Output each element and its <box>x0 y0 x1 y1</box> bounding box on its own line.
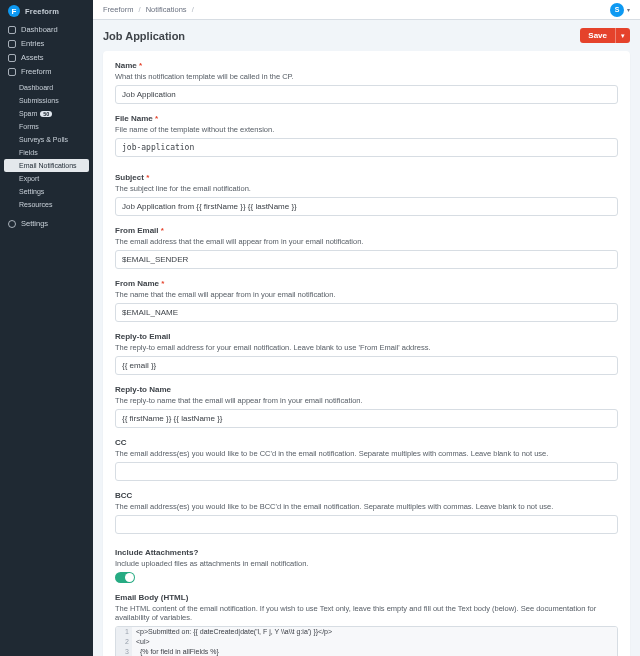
list-icon <box>8 40 16 48</box>
nav-label: Entries <box>21 40 44 48</box>
nav-freeform[interactable]: Freeform <box>0 65 93 79</box>
user-menu[interactable]: S ▾ <box>610 3 630 17</box>
sidebar-item-email-notifications[interactable]: Email Notifications <box>4 159 89 172</box>
line-number: 1 <box>116 627 132 637</box>
nav-entries[interactable]: Entries <box>0 37 93 51</box>
field-from-email: From Email The email address that the em… <box>115 226 618 269</box>
sidebar-item-dashboard[interactable]: Dashboard <box>0 81 93 94</box>
toggle-attachments[interactable] <box>115 572 135 583</box>
label-cc: CC <box>115 438 618 447</box>
field-name: Name What this notification template wil… <box>115 61 618 104</box>
field-bcc: BCC The email address(es) you would like… <box>115 491 618 534</box>
field-attachments: Include Attachments? Include uploaded fi… <box>115 548 618 583</box>
page-header: Job Application Save ▾ <box>103 28 630 43</box>
help-reply-email: The reply-to email address for your emai… <box>115 343 618 352</box>
label-name: Name <box>115 61 618 70</box>
field-body-html: Email Body (HTML) The HTML content of th… <box>115 593 618 656</box>
nav-dashboard[interactable]: Dashboard <box>0 23 93 37</box>
freeform-subnav: DashboardSubmissionsSpam50FormsSurveys &… <box>0 79 93 213</box>
breadcrumb: Freeform / Notifications / <box>103 5 197 14</box>
content: Job Application Save ▾ Name What this no… <box>93 20 640 656</box>
nav-label: Settings <box>21 220 48 228</box>
label-filename: File Name <box>115 114 618 123</box>
label-subject: Subject <box>115 173 618 182</box>
topbar: Freeform / Notifications / S ▾ <box>93 0 640 20</box>
gauge-icon <box>8 26 16 34</box>
brand: F Freeform <box>0 0 93 23</box>
crumb-freeform[interactable]: Freeform <box>103 5 133 14</box>
save-group: Save ▾ <box>580 28 630 43</box>
help-name: What this notification template will be … <box>115 72 618 81</box>
save-dropdown-button[interactable]: ▾ <box>615 28 630 43</box>
help-subject: The subject line for the email notificat… <box>115 184 618 193</box>
sidebar-item-forms[interactable]: Forms <box>0 120 93 133</box>
field-reply-email: Reply-to Email The reply-to email addres… <box>115 332 618 375</box>
line-number: 2 <box>116 637 132 647</box>
label-from-email: From Email <box>115 226 618 235</box>
field-filename: File Name File name of the template with… <box>115 114 618 157</box>
badge: 50 <box>40 111 52 117</box>
brand-logo: F <box>8 5 20 17</box>
chevron-down-icon: ▾ <box>627 6 630 13</box>
field-reply-name: Reply-to Name The reply-to name that the… <box>115 385 618 428</box>
label-from-name: From Name <box>115 279 618 288</box>
nav-label: Freeform <box>21 68 51 76</box>
form-icon <box>8 68 16 76</box>
crumb-sep: / <box>192 5 194 14</box>
label-bcc: BCC <box>115 491 618 500</box>
code-text: {% for field in allFields %} <box>132 647 617 656</box>
input-from-email[interactable] <box>115 250 618 269</box>
input-subject[interactable] <box>115 197 618 216</box>
sidebar-item-settings[interactable]: Settings <box>0 185 93 198</box>
field-subject: Subject The subject line for the email n… <box>115 173 618 216</box>
help-cc: The email address(es) you would like to … <box>115 449 618 458</box>
code-text: <ul> <box>132 637 617 647</box>
help-from-email: The email address that the email will ap… <box>115 237 618 246</box>
sidebar-item-surveys-polls[interactable]: Surveys & Polls <box>0 133 93 146</box>
input-reply-email[interactable] <box>115 356 618 375</box>
help-attachments: Include uploaded files as attachments in… <box>115 559 618 568</box>
save-button[interactable]: Save <box>580 28 615 43</box>
field-from-name: From Name The name that the email will a… <box>115 279 618 322</box>
nav-label: Dashboard <box>21 26 58 34</box>
sidebar: F Freeform Dashboard Entries Assets Free… <box>0 0 93 656</box>
code-text: <p>Submitted on: {{ dateCreated|date('l,… <box>132 627 617 637</box>
nav-label: Assets <box>21 54 44 62</box>
sidebar-item-spam[interactable]: Spam50 <box>0 107 93 120</box>
help-body-html: The HTML content of the email notificati… <box>115 604 618 622</box>
form-card: Name What this notification template wil… <box>103 51 630 656</box>
sidebar-item-fields[interactable]: Fields <box>0 146 93 159</box>
label-reply-name: Reply-to Name <box>115 385 618 394</box>
code-line[interactable]: 3 {% for field in allFields %} <box>116 647 617 656</box>
avatar: S <box>610 3 624 17</box>
brand-name: Freeform <box>25 7 59 16</box>
input-filename[interactable] <box>115 138 618 157</box>
input-reply-name[interactable] <box>115 409 618 428</box>
code-line[interactable]: 1<p>Submitted on: {{ dateCreated|date('l… <box>116 627 617 637</box>
help-reply-name: The reply-to name that the email will ap… <box>115 396 618 405</box>
sidebar-item-resources[interactable]: Resources <box>0 198 93 211</box>
nav-assets[interactable]: Assets <box>0 51 93 65</box>
image-icon <box>8 54 16 62</box>
gear-icon <box>8 220 16 228</box>
crumb-sep: / <box>139 5 141 14</box>
label-reply-email: Reply-to Email <box>115 332 618 341</box>
code-line[interactable]: 2<ul> <box>116 637 617 647</box>
help-filename: File name of the template without the ex… <box>115 125 618 134</box>
sidebar-item-export[interactable]: Export <box>0 172 93 185</box>
input-name[interactable] <box>115 85 618 104</box>
label-attachments: Include Attachments? <box>115 548 618 557</box>
code-editor-html[interactable]: 1<p>Submitted on: {{ dateCreated|date('l… <box>115 626 618 656</box>
label-body-html: Email Body (HTML) <box>115 593 618 602</box>
input-from-name[interactable] <box>115 303 618 322</box>
crumb-notifications[interactable]: Notifications <box>146 5 187 14</box>
input-cc[interactable] <box>115 462 618 481</box>
help-from-name: The name that the email will appear from… <box>115 290 618 299</box>
help-bcc: The email address(es) you would like to … <box>115 502 618 511</box>
line-number: 3 <box>116 647 132 656</box>
input-bcc[interactable] <box>115 515 618 534</box>
page-title: Job Application <box>103 30 185 42</box>
nav-settings[interactable]: Settings <box>0 217 93 231</box>
field-cc: CC The email address(es) you would like … <box>115 438 618 481</box>
sidebar-item-submissions[interactable]: Submissions <box>0 94 93 107</box>
